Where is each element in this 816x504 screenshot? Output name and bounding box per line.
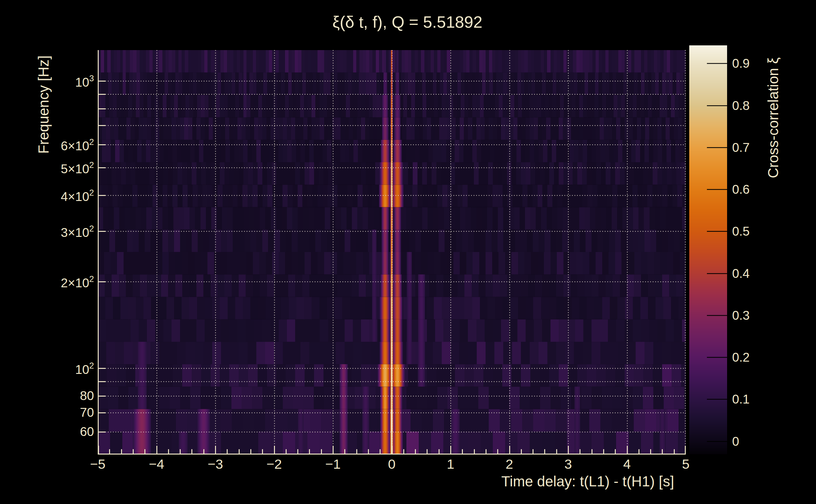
x-tick-label: 3 <box>564 457 572 471</box>
x-tick-label: 4 <box>624 457 631 471</box>
y-tick-label: 70 <box>0 406 94 419</box>
colorbar-tick-label: 0.9 <box>732 57 750 70</box>
y-tick-label: 103 <box>0 74 94 89</box>
x-tick-label: 5 <box>682 457 690 471</box>
x-tick-label: −2 <box>267 457 282 471</box>
y-tick-label: 3×102 <box>0 225 94 239</box>
colorbar-canvas <box>689 45 727 454</box>
y-tick-label: 102 <box>0 362 94 376</box>
figure-root: { "figure": { "background": "#000000", "… <box>0 0 816 504</box>
colorbar-title: Cross-correlation ξ <box>765 57 782 178</box>
heatmap-canvas <box>98 50 686 455</box>
colorbar-tick-label: 0.2 <box>732 351 750 364</box>
x-tick-label: 0 <box>388 457 396 471</box>
colorbar-tick-label: 0.1 <box>732 393 750 405</box>
colorbar-tick-label: 0.6 <box>732 183 750 196</box>
figure-canvas: ξ(δ t, f), Q = 5.51892 Frequency [Hz] Ti… <box>0 0 816 504</box>
colorbar-tick-label: 0.4 <box>732 267 750 280</box>
colorbar-tick-label: 0.8 <box>732 99 750 112</box>
colorbar-tick-label: 0.7 <box>732 141 750 154</box>
x-tick-label: −5 <box>90 457 105 471</box>
x-tick-label: −1 <box>325 457 341 471</box>
x-axis-title: Time delay: t(L1) - t(H1) [s] <box>501 473 674 490</box>
y-tick-label: 4×102 <box>0 189 94 203</box>
colorbar-tick-label: 0.5 <box>732 225 750 238</box>
y-tick-label: 6×102 <box>0 138 94 152</box>
x-tick-label: 1 <box>447 457 454 471</box>
y-tick-label: 2×102 <box>0 275 94 289</box>
colorbar-tick-label: 0 <box>732 435 739 448</box>
colorbar-tick-label: 0.3 <box>732 309 750 322</box>
x-tick-label: 2 <box>506 457 513 471</box>
page-title: ξ(δ t, f), Q = 5.51892 <box>332 13 482 31</box>
x-tick-label: −4 <box>149 457 164 471</box>
y-tick-label: 5×102 <box>0 161 94 175</box>
y-tick-label: 60 <box>0 425 94 438</box>
x-tick-label: −3 <box>208 457 223 471</box>
y-tick-label: 80 <box>0 389 94 402</box>
